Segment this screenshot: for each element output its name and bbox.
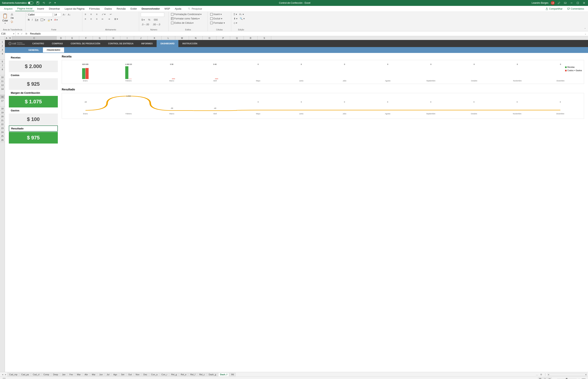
tab-options[interactable]: ⋮ — [543, 373, 547, 376]
sheet-tab-Con_r[interactable]: Con_r — [160, 373, 169, 376]
accept-formula-icon[interactable]: ✓ — [21, 32, 23, 35]
increase-decimal-icon[interactable]: .0→.00 — [141, 23, 150, 26]
row-header-18[interactable]: 18 — [0, 107, 5, 111]
nav-entrega[interactable]: CONTROL DE ENTREGA — [104, 40, 137, 47]
kpi-resultado-value[interactable]: $ 975 — [9, 132, 58, 143]
kpi-costos-value[interactable]: $ 925 — [9, 78, 58, 90]
name-box[interactable]: C16▾ — [0, 31, 16, 36]
merge-icon[interactable]: ⊞ ▾ — [113, 17, 119, 21]
fill-icon[interactable]: ⬇ ▾ — [233, 17, 238, 20]
column-header-H[interactable]: H — [107, 36, 120, 40]
format-table-button[interactable]: Formatar como Tabela ▾ — [170, 17, 200, 20]
search-box[interactable]: Pesquisar — [188, 7, 202, 10]
user-avatar[interactable]: LB — [551, 1, 555, 5]
row-header-14[interactable]: 14 — [0, 87, 5, 95]
column-header-S[interactable]: S — [258, 36, 271, 40]
sheet-tab-Dash_f[interactable]: Dash_f — [218, 373, 229, 376]
align-middle-icon[interactable]: ≡ — [90, 13, 93, 16]
sheet-tab-Nov[interactable]: Nov — [134, 373, 141, 376]
view-page-break-icon[interactable] — [547, 378, 552, 379]
wrap-text-icon[interactable]: ↩ — [109, 13, 112, 16]
zoom-out-icon[interactable]: − — [554, 378, 555, 379]
align-center-icon[interactable]: ≡ — [90, 17, 93, 21]
save-icon[interactable] — [36, 1, 39, 4]
column-header-O[interactable]: O — [203, 36, 217, 40]
menu-dados[interactable]: Dados — [103, 6, 114, 11]
zoom-in-icon[interactable]: + — [579, 378, 580, 379]
font-size-select[interactable] — [53, 13, 61, 17]
align-top-icon[interactable]: ≡ — [84, 13, 87, 16]
menu-layout[interactable]: Layout da Página — [63, 6, 86, 11]
user-name[interactable]: Leandro Borges — [532, 1, 548, 4]
maximize-icon[interactable] — [576, 1, 580, 5]
kpi-gastos-label[interactable]: Gastos — [9, 108, 58, 113]
formula-input[interactable] — [29, 32, 583, 35]
clear-icon[interactable]: ◇ ▾ — [233, 21, 238, 25]
sheet-tab-Cad_mp[interactable]: Cad_mp — [7, 373, 19, 376]
chart-resultado[interactable]: Resultado -151.060-30-4000000000 EneroFe… — [62, 88, 584, 119]
sheet-tab-Rel_g[interactable]: Rel_g — [169, 373, 179, 376]
column-header-R[interactable]: R — [244, 36, 258, 40]
number-format-select[interactable] — [141, 13, 164, 17]
horizontal-scrollbar[interactable]: ◂ ▸ — [548, 373, 587, 376]
nav-instruccion[interactable]: INSTRUCCIÓN — [178, 40, 201, 47]
paste-button[interactable]: Colar ▾ — [1, 13, 9, 25]
redo-icon[interactable] — [48, 1, 52, 4]
nav-informes[interactable]: INFORMES — [137, 40, 157, 47]
row-header-11[interactable]: 11 — [0, 79, 5, 83]
menu-pagina-inicial[interactable]: Página Inicial — [15, 6, 34, 11]
kpi-recetas-value[interactable]: $ 2.000 — [9, 61, 58, 72]
share-button[interactable]: Compartilhar — [543, 7, 564, 11]
copy-icon[interactable]: ▾ — [10, 16, 14, 20]
sheet-tab-Mai[interactable]: Mai — [90, 373, 97, 376]
row-header-1[interactable]: 1 — [0, 40, 5, 44]
expand-formula-icon[interactable]: ⌄ — [583, 32, 588, 35]
sub-financiero[interactable]: FINANCIERO — [43, 47, 64, 53]
sheet-tab-Ago[interactable]: Ago — [111, 373, 119, 376]
tab-nav-first[interactable]: ◂ — [1, 373, 4, 376]
format-painter-icon[interactable] — [10, 20, 14, 24]
align-bottom-icon[interactable]: ≡ — [95, 13, 98, 16]
column-header-E[interactable]: E — [65, 36, 79, 40]
sort-filter-icon[interactable]: A↓ ▾ — [239, 13, 245, 16]
row-header-5[interactable]: 5 — [0, 60, 5, 63]
row-header-20[interactable]: 20 — [0, 114, 5, 118]
sheet-tab-Mar[interactable]: Mar — [75, 373, 82, 376]
row-header-23[interactable]: 23 — [0, 126, 5, 130]
column-header-A[interactable]: A — [5, 36, 8, 40]
column-header-P[interactable]: P — [217, 36, 230, 40]
menu-msp[interactable]: MSP — [163, 6, 172, 11]
row-header-19[interactable]: 19 — [0, 111, 5, 114]
sheet-tab-Comp[interactable]: Comp — [42, 373, 51, 376]
menu-revisao[interactable]: Revisão — [115, 6, 128, 11]
column-header-I[interactable]: I — [120, 36, 134, 40]
delete-cells-button[interactable]: Excluir ▾ — [209, 17, 223, 20]
font-color-icon[interactable]: A ▾ — [53, 18, 58, 22]
row-header-16[interactable]: 16 — [0, 95, 5, 99]
pencil-icon[interactable] — [557, 1, 561, 5]
row-header-8[interactable]: 8 — [0, 67, 5, 75]
ribbon-options-icon[interactable] — [563, 1, 567, 5]
view-page-layout-icon[interactable] — [543, 378, 547, 379]
autosave-toggle[interactable]: Salvamento Automático — [2, 1, 33, 4]
autosum-icon[interactable]: Σ ▾ — [233, 13, 238, 16]
row-header-2[interactable]: 2 — [0, 44, 5, 48]
indent-increase-icon[interactable]: ⇥ — [107, 17, 111, 21]
comments-button[interactable]: Comentários — [565, 7, 586, 11]
sheet-tab-INI[interactable]: INI — [229, 373, 236, 376]
new-sheet-icon[interactable]: ⊕ — [539, 373, 543, 376]
increase-font-icon[interactable]: A↑ — [62, 13, 66, 16]
sheet-tab-Dash_g[interactable]: Dash_g — [207, 373, 218, 376]
toggle-switch[interactable] — [28, 1, 33, 4]
sheet-tab-Out[interactable]: Out — [126, 373, 134, 376]
kpi-recetas-label[interactable]: Recetas — [9, 55, 58, 60]
sheet-tab-Jul[interactable]: Jul — [105, 373, 111, 376]
bold-button[interactable]: N — [27, 18, 30, 22]
sheet-tab-Dez[interactable]: Dez — [142, 373, 149, 376]
column-header-Q[interactable]: Q — [230, 36, 244, 40]
menu-formulas[interactable]: Fórmulas — [87, 6, 102, 11]
indent-decrease-icon[interactable]: ⇤ — [101, 17, 105, 21]
comma-style-icon[interactable]: 000 — [153, 18, 159, 22]
nav-compras[interactable]: COMPRAS — [48, 40, 67, 47]
format-cells-button[interactable]: Formatar ▾ — [209, 21, 226, 25]
